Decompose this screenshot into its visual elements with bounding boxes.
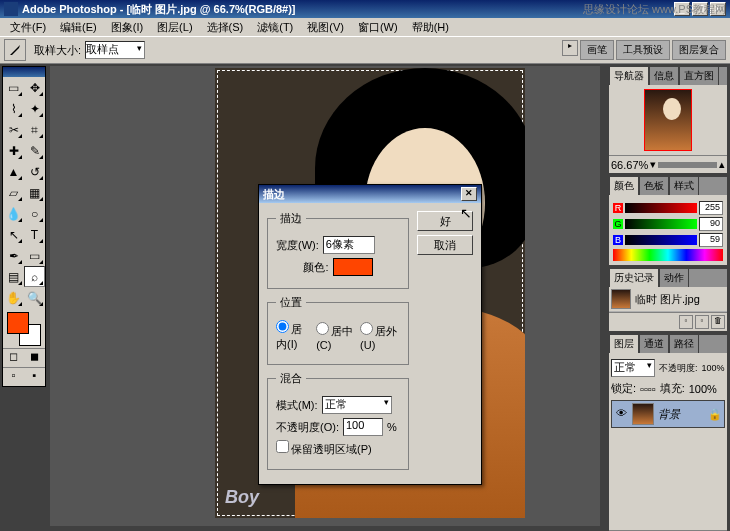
g-value[interactable]: 90 bbox=[699, 217, 723, 231]
screen-full-menu[interactable]: ▪ bbox=[24, 368, 45, 386]
tab-navigator[interactable]: 导航器 bbox=[609, 66, 649, 85]
tool-blur[interactable]: 💧 bbox=[3, 203, 24, 224]
current-tool-icon[interactable] bbox=[4, 39, 26, 61]
pos-outside-radio[interactable]: 居外(U) bbox=[360, 322, 400, 351]
tool-dodge[interactable]: ○ bbox=[24, 203, 45, 224]
stroke-color-swatch[interactable] bbox=[333, 258, 373, 276]
trash-icon[interactable]: 🗑 bbox=[711, 315, 725, 329]
tool-eraser[interactable]: ▱ bbox=[3, 182, 24, 203]
screen-standard[interactable]: ▫ bbox=[3, 368, 24, 386]
cancel-button[interactable]: 取消 bbox=[417, 235, 473, 255]
preserve-transparency-checkbox[interactable]: 保留透明区域(P) bbox=[276, 440, 372, 457]
stroke-legend: 描边 bbox=[276, 211, 306, 226]
tab-channels[interactable]: 通道 bbox=[639, 334, 669, 353]
width-label: 宽度(W): bbox=[276, 238, 319, 253]
tool-healing[interactable]: ✚ bbox=[3, 140, 24, 161]
stroke-group: 描边 宽度(W): 6像素 颜色: bbox=[267, 211, 409, 289]
blend-group: 混合 模式(M): 正常 不透明度(O): 100 % 保留透明区域(P) bbox=[267, 371, 409, 470]
b-value[interactable]: 59 bbox=[699, 233, 723, 247]
palette-well-toggle[interactable]: ▸ bbox=[562, 40, 578, 56]
layer-blend-mode[interactable]: 正常 bbox=[611, 359, 655, 377]
tool-history-brush[interactable]: ↺ bbox=[24, 161, 45, 182]
opacity-label: 不透明度(O): bbox=[276, 420, 339, 435]
edit-quickmask-mode[interactable]: ◼ bbox=[24, 349, 45, 367]
new-snapshot-icon[interactable]: ▫ bbox=[695, 315, 709, 329]
tab-histogram[interactable]: 直方图 bbox=[679, 66, 719, 85]
menu-image[interactable]: 图象(I) bbox=[105, 18, 149, 37]
tool-slice[interactable]: ⌗ bbox=[24, 119, 45, 140]
layer-background[interactable]: 👁 背景 🔒 bbox=[611, 400, 725, 428]
history-label: 临时 图片.jpg bbox=[635, 292, 700, 307]
lock-icons[interactable]: ▫▫▫▫ bbox=[640, 383, 656, 395]
tool-zoom[interactable]: 🔍 bbox=[24, 287, 45, 308]
tab-history[interactable]: 历史记录 bbox=[609, 268, 659, 287]
layer-opacity-value[interactable]: 100% bbox=[702, 363, 725, 373]
edit-standard-mode[interactable]: ◻ bbox=[3, 349, 24, 367]
menu-help[interactable]: 帮助(H) bbox=[406, 18, 455, 37]
history-thumb bbox=[611, 289, 631, 309]
tool-crop[interactable]: ✂ bbox=[3, 119, 24, 140]
tab-paths[interactable]: 路径 bbox=[669, 334, 699, 353]
tool-move[interactable]: ✥ bbox=[24, 77, 45, 98]
r-slider[interactable] bbox=[625, 203, 697, 213]
tab-info[interactable]: 信息 bbox=[649, 66, 679, 85]
zoom-out-icon[interactable]: ▾ bbox=[650, 158, 656, 171]
tool-shape[interactable]: ▭ bbox=[24, 245, 45, 266]
tab-layers[interactable]: 图层 bbox=[609, 334, 639, 353]
menu-layer[interactable]: 图层(L) bbox=[151, 18, 198, 37]
tab-styles[interactable]: 样式 bbox=[669, 176, 699, 195]
tab-layer-comps[interactable]: 图层复合 bbox=[672, 40, 726, 60]
zoom-in-icon[interactable]: ▴ bbox=[719, 158, 725, 171]
menu-filter[interactable]: 滤镜(T) bbox=[251, 18, 299, 37]
zoom-slider[interactable] bbox=[658, 162, 717, 168]
r-value[interactable]: 255 bbox=[699, 201, 723, 215]
tool-hand[interactable]: ✋ bbox=[3, 287, 24, 308]
mode-label: 模式(M): bbox=[276, 398, 318, 413]
toolbox-header[interactable] bbox=[3, 67, 45, 77]
panels-column: 导航器 信息 直方图 66.67% ▾ ▴ 颜色 色板 样式 R 255 bbox=[608, 66, 728, 531]
position-group: 位置 居内(I) 居中(C) 居外(U) bbox=[267, 295, 409, 365]
pos-inside-radio[interactable]: 居内(I) bbox=[276, 320, 312, 352]
dialog-titlebar[interactable]: 描边 ✕ bbox=[259, 185, 481, 203]
g-slider[interactable] bbox=[625, 219, 697, 229]
ok-button[interactable]: 好 bbox=[417, 211, 473, 231]
blend-mode-select[interactable]: 正常 bbox=[322, 396, 392, 414]
tool-stamp[interactable]: ▲ bbox=[3, 161, 24, 182]
navigator-thumbnail[interactable] bbox=[644, 89, 692, 151]
tool-marquee[interactable]: ▭ bbox=[3, 77, 24, 98]
tab-tool-presets[interactable]: 工具预设 bbox=[616, 40, 670, 60]
tool-lasso[interactable]: ⌇ bbox=[3, 98, 24, 119]
fill-value[interactable]: 100% bbox=[689, 383, 717, 395]
tool-wand[interactable]: ✦ bbox=[24, 98, 45, 119]
menu-file[interactable]: 文件(F) bbox=[4, 18, 52, 37]
color-ramp[interactable] bbox=[613, 249, 723, 261]
menu-view[interactable]: 视图(V) bbox=[301, 18, 350, 37]
opacity-input[interactable]: 100 bbox=[343, 418, 383, 436]
tab-actions[interactable]: 动作 bbox=[659, 268, 689, 287]
tool-path[interactable]: ↖ bbox=[3, 224, 24, 245]
menu-edit[interactable]: 编辑(E) bbox=[54, 18, 103, 37]
width-input[interactable]: 6像素 bbox=[323, 236, 375, 254]
b-slider[interactable] bbox=[625, 235, 697, 245]
dialog-close-button[interactable]: ✕ bbox=[461, 187, 477, 201]
visibility-icon[interactable]: 👁 bbox=[614, 407, 628, 421]
tool-notes[interactable]: ▤ bbox=[3, 266, 24, 287]
zoom-value[interactable]: 66.67% bbox=[611, 159, 648, 171]
tab-brushes[interactable]: 画笔 bbox=[580, 40, 614, 60]
tool-eyedropper[interactable]: ⌕ bbox=[24, 266, 45, 287]
sample-size-select[interactable]: 取样点 bbox=[85, 41, 145, 59]
tab-color[interactable]: 颜色 bbox=[609, 176, 639, 195]
foreground-color[interactable] bbox=[7, 312, 29, 334]
tool-gradient[interactable]: ▦ bbox=[24, 182, 45, 203]
toolbox: ▭ ✥ ⌇ ✦ ✂ ⌗ ✚ ✎ ▲ ↺ ▱ ▦ 💧 ○ ↖ T ✒ ▭ ▤ ⌕ … bbox=[2, 66, 46, 387]
tool-pen[interactable]: ✒ bbox=[3, 245, 24, 266]
menu-select[interactable]: 选择(S) bbox=[201, 18, 250, 37]
pos-center-radio[interactable]: 居中(C) bbox=[316, 322, 356, 351]
tab-swatches[interactable]: 色板 bbox=[639, 176, 669, 195]
new-doc-from-state-icon[interactable]: ▫ bbox=[679, 315, 693, 329]
menu-window[interactable]: 窗口(W) bbox=[352, 18, 404, 37]
tool-brush[interactable]: ✎ bbox=[24, 140, 45, 161]
tool-type[interactable]: T bbox=[24, 224, 45, 245]
layer-thumbnail bbox=[632, 403, 654, 425]
history-snapshot[interactable]: 临时 图片.jpg bbox=[609, 287, 727, 312]
